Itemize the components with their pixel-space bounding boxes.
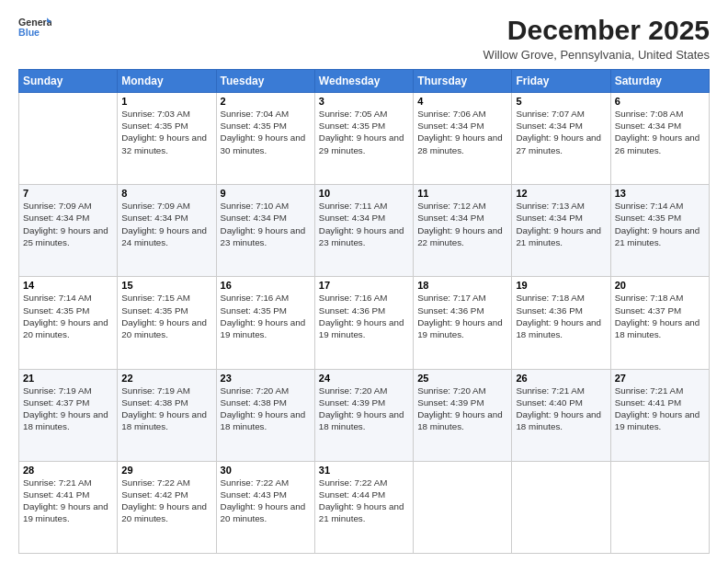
logo: General Blue: [18, 15, 51, 40]
day-info: Sunrise: 7:14 AM Sunset: 4:35 PM Dayligh…: [23, 292, 113, 340]
day-info: Sunrise: 7:06 AM Sunset: 4:34 PM Dayligh…: [417, 108, 507, 156]
day-info: Sunrise: 7:04 AM Sunset: 4:35 PM Dayligh…: [221, 108, 311, 156]
week-row-4: 28Sunrise: 7:21 AM Sunset: 4:41 PM Dayli…: [19, 461, 710, 553]
table-cell: 6Sunrise: 7:08 AM Sunset: 4:34 PM Daylig…: [610, 93, 709, 185]
table-cell: 17Sunrise: 7:16 AM Sunset: 4:36 PM Dayli…: [314, 277, 413, 369]
table-cell: 20Sunrise: 7:18 AM Sunset: 4:37 PM Dayli…: [610, 277, 709, 369]
day-info: Sunrise: 7:09 AM Sunset: 4:34 PM Dayligh…: [121, 200, 211, 248]
table-cell: 23Sunrise: 7:20 AM Sunset: 4:38 PM Dayli…: [216, 369, 314, 461]
title-block: December 2025 Willow Grove, Pennsylvania…: [483, 15, 710, 62]
table-cell: 30Sunrise: 7:22 AM Sunset: 4:43 PM Dayli…: [216, 461, 314, 553]
day-info: Sunrise: 7:03 AM Sunset: 4:35 PM Dayligh…: [121, 108, 211, 156]
table-cell: 14Sunrise: 7:14 AM Sunset: 4:35 PM Dayli…: [19, 277, 118, 369]
day-info: Sunrise: 7:10 AM Sunset: 4:34 PM Dayligh…: [221, 200, 311, 248]
table-cell: 13Sunrise: 7:14 AM Sunset: 4:35 PM Dayli…: [610, 185, 709, 277]
day-number: 14: [23, 280, 113, 291]
day-number: 12: [516, 188, 606, 199]
week-row-2: 14Sunrise: 7:14 AM Sunset: 4:35 PM Dayli…: [19, 277, 710, 369]
col-tuesday: Tuesday: [216, 70, 314, 93]
table-cell: 10Sunrise: 7:11 AM Sunset: 4:34 PM Dayli…: [314, 185, 413, 277]
day-info: Sunrise: 7:16 AM Sunset: 4:36 PM Dayligh…: [319, 292, 409, 340]
day-info: Sunrise: 7:08 AM Sunset: 4:34 PM Dayligh…: [615, 108, 705, 156]
day-number: 22: [121, 373, 211, 384]
table-cell: 24Sunrise: 7:20 AM Sunset: 4:39 PM Dayli…: [314, 369, 413, 461]
day-number: 11: [417, 188, 507, 199]
day-number: 7: [23, 188, 113, 199]
table-cell: 2Sunrise: 7:04 AM Sunset: 4:35 PM Daylig…: [216, 93, 314, 185]
day-info: Sunrise: 7:22 AM Sunset: 4:42 PM Dayligh…: [121, 477, 211, 525]
col-wednesday: Wednesday: [314, 70, 413, 93]
day-info: Sunrise: 7:20 AM Sunset: 4:39 PM Dayligh…: [319, 385, 409, 433]
col-saturday: Saturday: [610, 70, 709, 93]
day-number: 9: [221, 188, 311, 199]
day-info: Sunrise: 7:14 AM Sunset: 4:35 PM Dayligh…: [615, 200, 705, 248]
day-info: Sunrise: 7:20 AM Sunset: 4:38 PM Dayligh…: [221, 385, 311, 433]
table-cell: 8Sunrise: 7:09 AM Sunset: 4:34 PM Daylig…: [118, 185, 216, 277]
day-number: 17: [319, 280, 409, 291]
day-number: 5: [516, 96, 606, 107]
day-info: Sunrise: 7:21 AM Sunset: 4:40 PM Dayligh…: [516, 385, 606, 433]
table-cell: 15Sunrise: 7:15 AM Sunset: 4:35 PM Dayli…: [118, 277, 216, 369]
day-number: 24: [319, 373, 409, 384]
table-cell: [414, 461, 512, 553]
day-number: 8: [121, 188, 211, 199]
day-info: Sunrise: 7:05 AM Sunset: 4:35 PM Dayligh…: [319, 108, 409, 156]
day-info: Sunrise: 7:20 AM Sunset: 4:39 PM Dayligh…: [417, 385, 507, 433]
day-info: Sunrise: 7:11 AM Sunset: 4:34 PM Dayligh…: [319, 200, 409, 248]
day-info: Sunrise: 7:18 AM Sunset: 4:36 PM Dayligh…: [516, 292, 606, 340]
table-cell: 31Sunrise: 7:22 AM Sunset: 4:44 PM Dayli…: [314, 461, 413, 553]
day-info: Sunrise: 7:18 AM Sunset: 4:37 PM Dayligh…: [615, 292, 705, 340]
day-number: 3: [319, 96, 409, 107]
day-number: 21: [23, 373, 113, 384]
day-info: Sunrise: 7:16 AM Sunset: 4:35 PM Dayligh…: [221, 292, 311, 340]
location: Willow Grove, Pennsylvania, United State…: [483, 48, 710, 62]
day-number: 18: [417, 280, 507, 291]
day-info: Sunrise: 7:19 AM Sunset: 4:38 PM Dayligh…: [121, 385, 211, 433]
day-number: 31: [319, 465, 409, 476]
table-cell: 7Sunrise: 7:09 AM Sunset: 4:34 PM Daylig…: [19, 185, 118, 277]
table-cell: 29Sunrise: 7:22 AM Sunset: 4:42 PM Dayli…: [118, 461, 216, 553]
table-cell: 19Sunrise: 7:18 AM Sunset: 4:36 PM Dayli…: [512, 277, 610, 369]
day-info: Sunrise: 7:21 AM Sunset: 4:41 PM Dayligh…: [615, 385, 705, 433]
calendar-table: Sunday Monday Tuesday Wednesday Thursday…: [18, 69, 710, 554]
day-number: 20: [615, 280, 705, 291]
day-number: 27: [615, 373, 705, 384]
day-number: 16: [221, 280, 311, 291]
day-number: 4: [417, 96, 507, 107]
day-number: 1: [121, 96, 211, 107]
table-cell: 18Sunrise: 7:17 AM Sunset: 4:36 PM Dayli…: [414, 277, 512, 369]
col-monday: Monday: [118, 70, 216, 93]
day-info: Sunrise: 7:19 AM Sunset: 4:37 PM Dayligh…: [23, 385, 113, 433]
day-info: Sunrise: 7:21 AM Sunset: 4:41 PM Dayligh…: [23, 477, 113, 525]
day-number: 13: [615, 188, 705, 199]
week-row-0: 1Sunrise: 7:03 AM Sunset: 4:35 PM Daylig…: [19, 93, 710, 185]
day-info: Sunrise: 7:09 AM Sunset: 4:34 PM Dayligh…: [23, 200, 113, 248]
table-cell: 12Sunrise: 7:13 AM Sunset: 4:34 PM Dayli…: [512, 185, 610, 277]
day-number: 29: [121, 465, 211, 476]
header: General Blue December 2025 Willow Grove,…: [18, 15, 710, 62]
day-number: 30: [221, 465, 311, 476]
table-cell: 3Sunrise: 7:05 AM Sunset: 4:35 PM Daylig…: [314, 93, 413, 185]
day-info: Sunrise: 7:12 AM Sunset: 4:34 PM Dayligh…: [417, 200, 507, 248]
day-info: Sunrise: 7:17 AM Sunset: 4:36 PM Dayligh…: [417, 292, 507, 340]
day-number: 15: [121, 280, 211, 291]
table-cell: 4Sunrise: 7:06 AM Sunset: 4:34 PM Daylig…: [414, 93, 512, 185]
table-cell: [512, 461, 610, 553]
col-sunday: Sunday: [19, 70, 118, 93]
logo-icon: General Blue: [18, 15, 51, 40]
day-number: 6: [615, 96, 705, 107]
week-row-3: 21Sunrise: 7:19 AM Sunset: 4:37 PM Dayli…: [19, 369, 710, 461]
table-cell: [19, 93, 118, 185]
table-cell: 26Sunrise: 7:21 AM Sunset: 4:40 PM Dayli…: [512, 369, 610, 461]
col-thursday: Thursday: [414, 70, 512, 93]
table-cell: [610, 461, 709, 553]
day-info: Sunrise: 7:07 AM Sunset: 4:34 PM Dayligh…: [516, 108, 606, 156]
table-cell: 22Sunrise: 7:19 AM Sunset: 4:38 PM Dayli…: [118, 369, 216, 461]
day-number: 19: [516, 280, 606, 291]
table-cell: 9Sunrise: 7:10 AM Sunset: 4:34 PM Daylig…: [216, 185, 314, 277]
day-number: 23: [221, 373, 311, 384]
svg-text:Blue: Blue: [18, 27, 40, 38]
table-cell: 27Sunrise: 7:21 AM Sunset: 4:41 PM Dayli…: [610, 369, 709, 461]
day-info: Sunrise: 7:13 AM Sunset: 4:34 PM Dayligh…: [516, 200, 606, 248]
day-info: Sunrise: 7:15 AM Sunset: 4:35 PM Dayligh…: [121, 292, 211, 340]
